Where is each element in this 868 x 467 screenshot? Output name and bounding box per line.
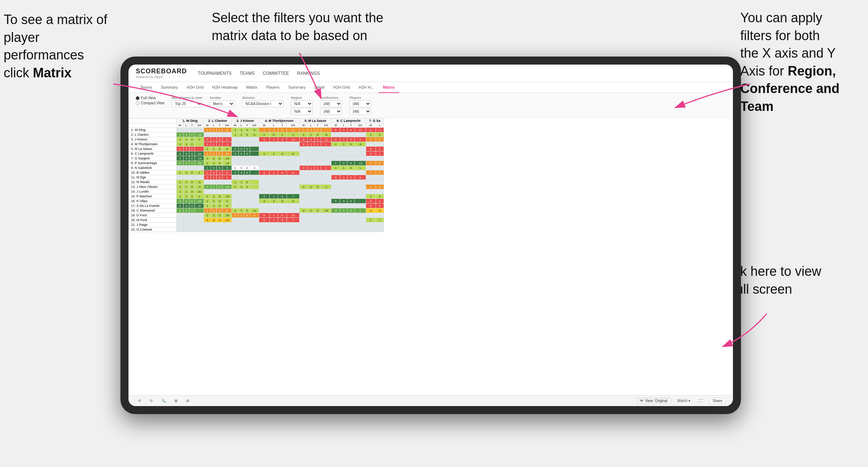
- view-original-icon: 👁: [640, 399, 644, 403]
- matrix-cell: [250, 204, 259, 208]
- gender-select[interactable]: Men's: [210, 100, 235, 107]
- undo-btn[interactable]: ↺: [136, 398, 143, 404]
- matrix-cell: [232, 161, 239, 166]
- matrix-cell: 0: [189, 147, 195, 151]
- matrix-cell: 1: [314, 166, 321, 170]
- matrix-cell: [250, 185, 259, 189]
- matrix-cell: 0: [217, 213, 223, 218]
- matrix-cell: [340, 223, 347, 227]
- col-header-6: 6. C Lamprecht: [331, 119, 366, 123]
- conference-select-2[interactable]: (All): [320, 108, 342, 115]
- sh-w2: W: [204, 123, 211, 128]
- matrix-cell: 0: [217, 128, 223, 132]
- matrix-cell: 4: [223, 199, 232, 204]
- division-select[interactable]: NCAA Division I: [242, 100, 284, 107]
- matrix-cell: 1: [366, 170, 376, 175]
- matrix-cell: [184, 218, 189, 223]
- matrix-cell: 2: [300, 208, 308, 213]
- tab-players[interactable]: Players: [262, 82, 284, 93]
- subheader-corner: [129, 123, 177, 128]
- matrix-cell: [278, 161, 287, 166]
- region-select-1[interactable]: N/A: [291, 100, 313, 107]
- matrix-cell: [287, 189, 299, 194]
- matrix-cell: [354, 147, 366, 151]
- table-row: 19. D Ford220-20213-101013: [129, 213, 384, 218]
- nav-tournaments[interactable]: TOURNAMENTS: [198, 69, 231, 77]
- matrix-cell: [287, 166, 299, 170]
- view-original-btn[interactable]: 👁 View: Original: [637, 398, 671, 404]
- conference-select-1[interactable]: (All): [320, 100, 342, 107]
- matrix-cell: 1: [300, 132, 308, 137]
- matrix-cell: 1: [239, 180, 245, 185]
- tab-summary2[interactable]: Summary: [284, 82, 310, 93]
- zoom-in-btn[interactable]: 🔍: [159, 398, 168, 404]
- sh-w3: W: [232, 123, 239, 128]
- matrix-cell: [177, 213, 184, 218]
- matrix-cell: 5: [376, 208, 384, 213]
- matrix-cell: [250, 180, 259, 185]
- matrix-cell: [204, 223, 211, 227]
- matrix-cell: [189, 213, 195, 218]
- matrix-cell: [331, 227, 340, 232]
- player-name-cell: 11. M Ege: [129, 175, 177, 180]
- view-options: Full View Compact View: [136, 96, 164, 105]
- region-select-2[interactable]: N/A: [291, 108, 313, 115]
- screen-btn[interactable]: ⛶: [697, 398, 705, 404]
- matrix-cell: 1: [244, 185, 250, 189]
- matrix-cell: 1: [232, 180, 239, 185]
- settings-btn[interactable]: ⚙: [184, 398, 192, 404]
- matrix-cell: [217, 223, 223, 227]
- matrix-cell: -1: [321, 185, 331, 189]
- matrix-cell: 13: [354, 128, 366, 132]
- share-btn[interactable]: Share: [709, 398, 726, 404]
- sh-t3: T: [244, 123, 250, 128]
- tab-matrix-active[interactable]: Matrix: [379, 82, 399, 93]
- tab-detail[interactable]: Detail: [310, 82, 329, 93]
- matrix-cell: [376, 189, 384, 194]
- matrix-content[interactable]: 1. W Ding 2. L Clanton 3. J Koivun 4. M …: [128, 118, 733, 395]
- matrix-cell: [278, 223, 287, 227]
- matrix-cell: [354, 213, 366, 218]
- tab-teams[interactable]: Teams: [136, 82, 156, 93]
- full-view-option[interactable]: Full View: [136, 96, 164, 100]
- reset-btn[interactable]: ⊞: [172, 398, 180, 404]
- nav-rankings[interactable]: RANKINGS: [297, 69, 320, 77]
- sh-dif2: Dif: [223, 123, 232, 128]
- matrix-cell: [250, 170, 259, 175]
- redo-btn[interactable]: ↻: [147, 398, 155, 404]
- matrix-cell: [223, 227, 232, 232]
- filter-max-players: Max players in view Top 25: [172, 96, 202, 107]
- max-players-select[interactable]: Top 25: [172, 100, 202, 107]
- matrix-cell: -20: [223, 213, 232, 218]
- players-select-1[interactable]: (All): [349, 100, 371, 107]
- tab-matrix-main[interactable]: Matrix: [242, 82, 262, 93]
- tab-h2h-grid[interactable]: H2H Grid: [182, 82, 208, 93]
- tab-h2h-h[interactable]: H2H H...: [354, 82, 379, 93]
- player-name-cell: 12. M Riedel: [129, 180, 177, 185]
- col-header-3: 3. J Koivun: [232, 119, 259, 123]
- matrix-cell: [232, 199, 239, 204]
- players-select-2[interactable]: (All): [349, 108, 371, 115]
- tab-summary[interactable]: Summary: [156, 82, 182, 93]
- matrix-cell: 0: [189, 194, 195, 199]
- matrix-cell: 1: [232, 170, 239, 175]
- matrix-cell: [300, 199, 308, 204]
- sh-l3: L: [239, 123, 245, 128]
- matrix-cell: [250, 137, 259, 142]
- matrix-cell: [184, 166, 189, 170]
- tab-h2h-heatmap[interactable]: H2H Heatmap: [208, 82, 242, 93]
- player-name-cell: 19. D Ford: [129, 213, 177, 218]
- matrix-cell: 1: [366, 218, 376, 223]
- matrix-cell: 1: [239, 213, 245, 218]
- table-row: 7. G Sargent200-16220-15: [129, 156, 384, 161]
- matrix-cell: [376, 213, 384, 218]
- compact-view-option[interactable]: Compact View: [136, 101, 164, 105]
- sh-l1: L: [184, 123, 189, 128]
- tab-h2h-grid2[interactable]: H2H Grid: [329, 82, 354, 93]
- matrix-cell: [184, 175, 189, 180]
- nav-committee[interactable]: COMMITTEE: [263, 69, 289, 77]
- watch-btn[interactable]: Watch ▾: [675, 398, 693, 404]
- nav-teams[interactable]: TEAMS: [239, 69, 254, 77]
- matrix-cell: [314, 199, 321, 204]
- matrix-cell: 0: [204, 175, 211, 180]
